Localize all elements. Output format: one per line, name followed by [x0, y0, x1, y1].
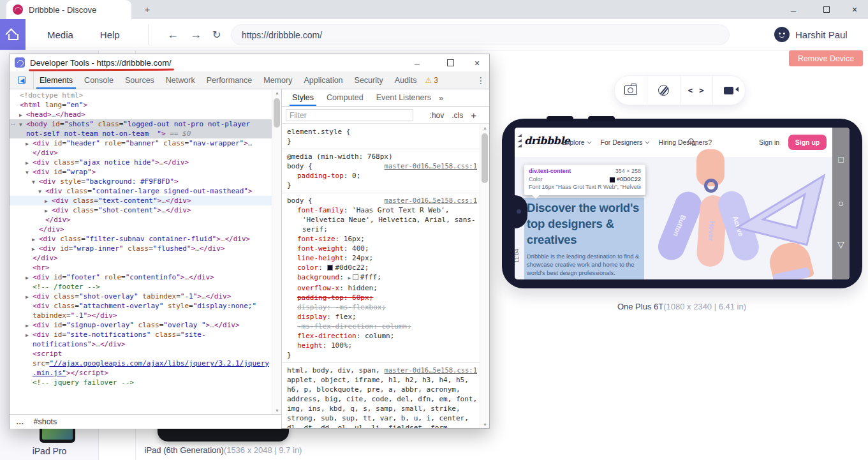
- css-property[interactable]: background: ▶#fff;: [287, 272, 477, 283]
- css-rule[interactable]: @media (min-width: 768px)master-0d16…5e1…: [282, 149, 480, 193]
- dom-tree-line[interactable]: <script src="//ajax.googleapis.com/ajax/…: [10, 349, 281, 378]
- more-tabs-icon[interactable]: »: [439, 89, 443, 106]
- css-property[interactable]: font-family: 'Haas Grot Text R Web', 'He…: [287, 205, 477, 234]
- warnings-badge[interactable]: ⚠ 3: [425, 71, 438, 89]
- minimize-button[interactable]: –: [785, 0, 802, 19]
- home-button[interactable]: [0, 19, 26, 50]
- devtools-tab-performance[interactable]: Performance: [201, 71, 258, 89]
- css-rule[interactable]: master-0d16…5e158.css:1html, body, div, …: [282, 363, 480, 428]
- maximize-button[interactable]: [818, 0, 835, 19]
- stylesheet-link[interactable]: master-0d16…5e158.css:1: [385, 366, 477, 375]
- sign-up-button[interactable]: Sign up: [788, 135, 827, 150]
- collapse-arrow-icon[interactable]: ▼: [32, 177, 35, 187]
- elements-tree[interactable]: <!doctype html><html lang="en">▶<head>…<…: [10, 89, 281, 414]
- scroll-up-icon[interactable]: ▲: [480, 126, 489, 130]
- style-rules[interactable]: element.style {}@media (min-width: 768px…: [282, 124, 480, 428]
- styles-scrollbar[interactable]: ▲ ▼: [480, 124, 489, 428]
- styles-tab-styles[interactable]: Styles: [286, 89, 320, 106]
- dom-tree-line[interactable]: <html lang="en">: [10, 100, 281, 110]
- collapse-arrow-icon[interactable]: ▼: [38, 187, 41, 197]
- css-rule[interactable]: element.style {}: [282, 124, 480, 149]
- dom-tree-line[interactable]: ▶<div class="shot-overlay" tabindex="-1"…: [10, 292, 281, 301]
- dom-tree-line[interactable]: ▶<div id="footer" role="contentinfo">…</…: [10, 272, 281, 282]
- site-nav-explore[interactable]: Explore: [562, 138, 590, 146]
- css-property[interactable]: overflow-x: hidden;: [287, 283, 477, 293]
- devtools-tab-security[interactable]: Security: [349, 71, 389, 89]
- scroll-down-icon[interactable]: ▼: [272, 408, 282, 413]
- devtools-tab-network[interactable]: Network: [160, 71, 201, 89]
- dom-tree-line[interactable]: ▶<div class="filter-subnav container-flu…: [10, 234, 281, 244]
- dom-tree-line[interactable]: <hr>: [10, 263, 281, 272]
- dom-tree-line[interactable]: ▶<div id="wrap-inner" class="flushed">…<…: [10, 244, 281, 253]
- expand-arrow-icon[interactable]: ▶: [32, 244, 35, 254]
- devtools-tab-elements[interactable]: Elements: [34, 71, 78, 89]
- dom-tree-line[interactable]: <!-- /footer -->: [10, 282, 281, 292]
- dom-tree-line[interactable]: ▼<div class="container-large signed-out-…: [10, 186, 281, 196]
- expand-arrow-icon[interactable]: ▶: [32, 235, 35, 244]
- ipad-pro-label[interactable]: iPad Pro: [0, 446, 99, 456]
- css-property[interactable]: padding-top: 0;: [287, 171, 477, 181]
- dom-tree-line[interactable]: <!-- jquery failover -->: [10, 378, 281, 387]
- css-property[interactable]: display: -ms-flexbox;: [287, 302, 477, 312]
- stylesheet-link[interactable]: master-0d16…5e158.css:1: [385, 161, 477, 171]
- hov-toggle[interactable]: :hov: [430, 111, 445, 120]
- dom-tree-line[interactable]: ▶<div id="header" role="banner" class="n…: [10, 138, 281, 158]
- devtools-tab-application[interactable]: Application: [298, 71, 348, 89]
- devtools-tab-memory[interactable]: Memory: [258, 71, 298, 89]
- dom-tree-line[interactable]: ⋯▼<body id="shots" class="logged-out not…: [10, 119, 281, 138]
- dom-tree-line[interactable]: ▶<div id="site-notifications" class="sit…: [10, 330, 281, 349]
- rotate-device-button[interactable]: [647, 76, 680, 105]
- dom-tree-line[interactable]: <div class="attachment-overlay" style="d…: [10, 301, 281, 320]
- browser-tab[interactable]: Dribbble - Discove: [6, 0, 131, 19]
- new-tab-button[interactable]: +: [142, 4, 153, 15]
- expand-arrow-icon[interactable]: ▶: [26, 158, 29, 168]
- sign-in-link[interactable]: Sign in: [759, 128, 779, 157]
- home-nav-icon[interactable]: ○: [838, 198, 844, 209]
- dom-tree-line[interactable]: ▼<div id="wrap">: [10, 167, 281, 177]
- expand-arrow-icon[interactable]: ▶: [45, 197, 48, 206]
- remove-device-button[interactable]: Remove Device: [789, 50, 863, 66]
- css-property[interactable]: display: flex;: [287, 312, 477, 322]
- devtools-menu-button[interactable]: ⋮: [473, 71, 489, 89]
- devtools-close-button[interactable]: ×: [467, 54, 487, 71]
- menu-item-help[interactable]: Help: [100, 29, 120, 40]
- devtools-maximize-button[interactable]: [441, 54, 460, 71]
- expand-arrow-icon[interactable]: ▶: [26, 273, 29, 283]
- screenshot-button[interactable]: [615, 76, 647, 105]
- dom-tree-line[interactable]: </div>: [10, 215, 281, 225]
- expand-arrow-icon[interactable]: ▶: [45, 206, 48, 216]
- forward-button[interactable]: →: [190, 19, 202, 50]
- devtools-tab-audits[interactable]: Audits: [389, 71, 423, 89]
- color-swatch[interactable]: [353, 274, 358, 280]
- expand-arrow-icon[interactable]: ▶: [19, 110, 22, 120]
- scroll-up-icon[interactable]: ▲: [272, 91, 282, 95]
- collapse-arrow-icon[interactable]: ▼: [26, 168, 29, 177]
- cls-toggle[interactable]: .cls: [452, 111, 463, 120]
- css-property[interactable]: height: 100%;: [287, 341, 477, 350]
- expand-arrow-icon[interactable]: ▶: [26, 139, 29, 149]
- new-rule-button[interactable]: +: [471, 110, 476, 121]
- dom-tree-line[interactable]: <!doctype html>: [10, 91, 281, 100]
- devtools-minimize-button[interactable]: –: [408, 54, 427, 71]
- user-avatar[interactable]: [774, 27, 790, 42]
- css-property[interactable]: font-size: 16px;: [287, 234, 477, 244]
- dom-tree-line[interactable]: </div>: [10, 225, 281, 234]
- dom-tree-line[interactable]: ▶<div class="ajax notice hide">…</div>: [10, 158, 281, 167]
- search-icon[interactable]: [688, 138, 694, 144]
- site-nav-hiring-designers-[interactable]: Hiring Designers?: [659, 138, 712, 146]
- css-property[interactable]: font-weight: 400;: [287, 244, 477, 253]
- inspect-element-button[interactable]: [10, 71, 34, 89]
- dom-tree-line[interactable]: ▶<div class="text-content">…</div>: [10, 196, 281, 205]
- menu-item-media[interactable]: Media: [47, 29, 73, 40]
- styles-tab-event-listeners[interactable]: Event Listeners: [370, 89, 438, 106]
- css-property[interactable]: padding-top: 60px;: [287, 293, 477, 302]
- expand-arrow-icon[interactable]: ▶: [26, 292, 29, 302]
- expand-arrow-icon[interactable]: ▶: [348, 276, 350, 281]
- back-nav-icon[interactable]: ▽: [837, 239, 844, 249]
- user-name[interactable]: Harshit Paul: [795, 19, 848, 50]
- devtools-tab-console[interactable]: Console: [78, 71, 119, 89]
- devtools-button[interactable]: < >: [680, 76, 713, 105]
- styles-filter-input[interactable]: [286, 109, 413, 121]
- css-rule[interactable]: master-0d16…5e158.css:1body {font-family…: [282, 193, 480, 363]
- scrollbar-thumb[interactable]: [482, 133, 488, 183]
